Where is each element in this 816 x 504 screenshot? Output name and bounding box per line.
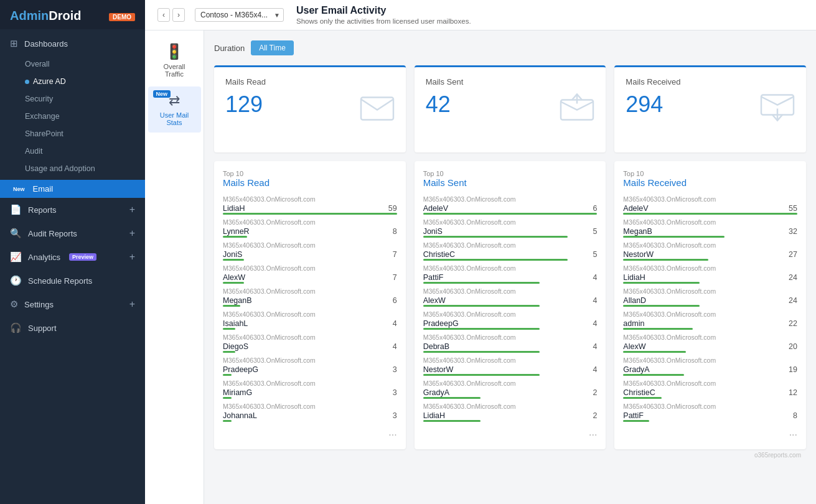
breadcrumb-select[interactable]: Contoso - M365x4...: [195, 8, 284, 22]
mails-read-title: Mails Read: [225, 77, 395, 86]
top10-name: IsaiahL: [223, 319, 248, 328]
top10-bar-wrapper: [223, 351, 397, 353]
more-button[interactable]: ···: [623, 426, 797, 441]
sidebar-item-settings[interactable]: ⚙ Settings +: [0, 292, 145, 316]
top10-count: 2: [593, 411, 597, 420]
top10-row: M365x406303.OnMicrosoft.com JohannaL 3: [223, 403, 397, 422]
top10-bar-wrapper: [423, 305, 598, 307]
top10-row: M365x406303.OnMicrosoft.com AdeleV 6: [423, 195, 598, 215]
sidebar-item-support[interactable]: 🎧 Support: [0, 316, 145, 340]
sidebar-item-azure-ad[interactable]: Azure AD: [0, 73, 145, 90]
nav-back-button[interactable]: ‹: [157, 8, 170, 22]
top10-name: AllanD: [623, 296, 646, 305]
top10-email: M365x406303.OnMicrosoft.com: [623, 195, 797, 203]
top10-row: M365x406303.OnMicrosoft.com AllanD 24: [623, 287, 797, 307]
top10-bar-wrapper: [423, 397, 598, 399]
top10-bar: [223, 374, 232, 376]
nav-exchange-label: Exchange: [25, 112, 60, 121]
mails-received-title: Mails Received: [626, 77, 795, 86]
top10-count: 3: [393, 388, 397, 397]
top10-header: Top 10 Mails Received: [623, 170, 797, 188]
mails-received-icon: [759, 91, 796, 129]
top10-bar-wrapper: [223, 305, 397, 307]
top10-bar: [223, 305, 240, 307]
top10-bar-wrapper: [623, 305, 797, 307]
top10-email: M365x406303.OnMicrosoft.com: [423, 380, 598, 387]
mails-sent-title: Mails Sent: [426, 77, 595, 86]
audit-reports-expand-icon[interactable]: +: [129, 228, 135, 239]
sidebar-item-audit-reports[interactable]: 🔍 Audit Reports +: [0, 222, 145, 245]
top10-card-top10-read: Top 10 Mails Read M365x406303.OnMicrosof…: [214, 161, 406, 449]
top10-email: M365x406303.OnMicrosoft.com: [623, 334, 797, 341]
breadcrumb-wrapper: Contoso - M365x4... ▼: [195, 8, 284, 22]
stat-cards: Mails Read 129 Mails Sent 42: [214, 65, 806, 152]
top10-name: PradeepG: [423, 319, 459, 328]
top10-bar: [423, 351, 540, 353]
sidebar-item-schedule-reports[interactable]: 🕐 Schedule Reports: [0, 269, 145, 292]
top10-name: ChristieC: [623, 388, 655, 397]
sidebar-item-usage[interactable]: Usage and Adoption: [0, 160, 145, 177]
analytics-expand-icon[interactable]: +: [129, 251, 135, 263]
top10-bar: [623, 282, 700, 284]
top10-bar-wrapper: [623, 397, 797, 399]
sidebar-item-sharepoint[interactable]: SharePoint: [0, 125, 145, 142]
nav-forward-button[interactable]: ›: [172, 8, 185, 22]
stat-card-mails-received: Mails Received 294: [614, 65, 806, 152]
nav-settings-label: Settings: [24, 300, 54, 309]
top10-name: AlexW: [423, 296, 446, 305]
panel-user-mail-stats[interactable]: New ⇄ User Mail Stats: [148, 86, 201, 133]
reports-expand-icon[interactable]: +: [129, 204, 135, 215]
top10-bar-wrapper: [423, 328, 598, 330]
top10-count: 24: [789, 273, 797, 282]
top10-email: M365x406303.OnMicrosoft.com: [623, 218, 797, 226]
top10-name: JohannaL: [223, 411, 257, 420]
top10-bar-wrapper: [423, 420, 598, 422]
sidebar-item-reports[interactable]: 📄 Reports +: [0, 198, 145, 222]
nav-dashboards[interactable]: ⊞ Dashboards: [0, 32, 145, 55]
top10-email: M365x406303.OnMicrosoft.com: [623, 403, 797, 410]
top10-bar: [623, 374, 684, 376]
azure-ad-dot: [25, 80, 29, 84]
top10-name: AdeleV: [423, 204, 448, 213]
top10-email: M365x406303.OnMicrosoft.com: [423, 287, 598, 295]
top10-count: 6: [393, 296, 397, 305]
analytics-icon: 📈: [10, 251, 22, 263]
sidebar-item-security[interactable]: Security: [0, 90, 145, 108]
top10-name: MiriamG: [223, 388, 252, 397]
more-button[interactable]: ···: [423, 426, 598, 441]
top10-bar: [223, 259, 244, 261]
settings-expand-icon[interactable]: +: [129, 299, 135, 310]
top10-bar: [223, 328, 235, 330]
panel-overall-traffic[interactable]: 🚦 Overall Traffic: [148, 37, 201, 84]
page-subtitle: Shows only the activities from licensed …: [296, 17, 471, 25]
top10-count: 2: [593, 388, 597, 397]
duration-all-time-button[interactable]: All Time: [251, 40, 294, 55]
top10-count: 4: [593, 296, 597, 305]
top10-bar-wrapper: [623, 351, 797, 353]
top10-row: M365x406303.OnMicrosoft.com MeganB 6: [223, 287, 397, 307]
top10-count: 20: [789, 342, 797, 351]
sidebar-item-email[interactable]: New Email: [0, 180, 145, 198]
top10-row: M365x406303.OnMicrosoft.com AdeleV 55: [623, 195, 797, 215]
more-button[interactable]: ···: [223, 426, 397, 441]
sidebar-item-analytics[interactable]: 📈 Analytics Preview +: [0, 245, 145, 269]
nav-azure-ad-label: Azure AD: [33, 77, 66, 86]
top10-name: GradyA: [623, 365, 649, 374]
top10-count: 5: [593, 227, 597, 236]
top10-row: M365x406303.OnMicrosoft.com NestorW 4: [423, 357, 598, 376]
top10-bar: [423, 305, 540, 307]
top10-count: 4: [593, 273, 597, 282]
page-title: User Email Activity: [296, 5, 471, 16]
sidebar-item-audit[interactable]: Audit: [0, 142, 145, 160]
top10-name: LidiaH: [423, 411, 445, 420]
analytics-preview-badge: Preview: [69, 253, 96, 261]
panel-user-mail-label: User Mail Stats: [160, 111, 189, 126]
top10-email: M365x406303.OnMicrosoft.com: [223, 195, 397, 203]
top10-bar-wrapper: [223, 213, 397, 215]
top10-bar: [423, 236, 568, 238]
top10-count: 3: [393, 411, 397, 420]
sidebar-item-exchange[interactable]: Exchange: [0, 108, 145, 125]
top10-row: M365x406303.OnMicrosoft.com LidiaH 59: [223, 195, 397, 215]
top10-count: 4: [593, 342, 597, 351]
sidebar-item-overall[interactable]: Overall: [0, 55, 145, 73]
